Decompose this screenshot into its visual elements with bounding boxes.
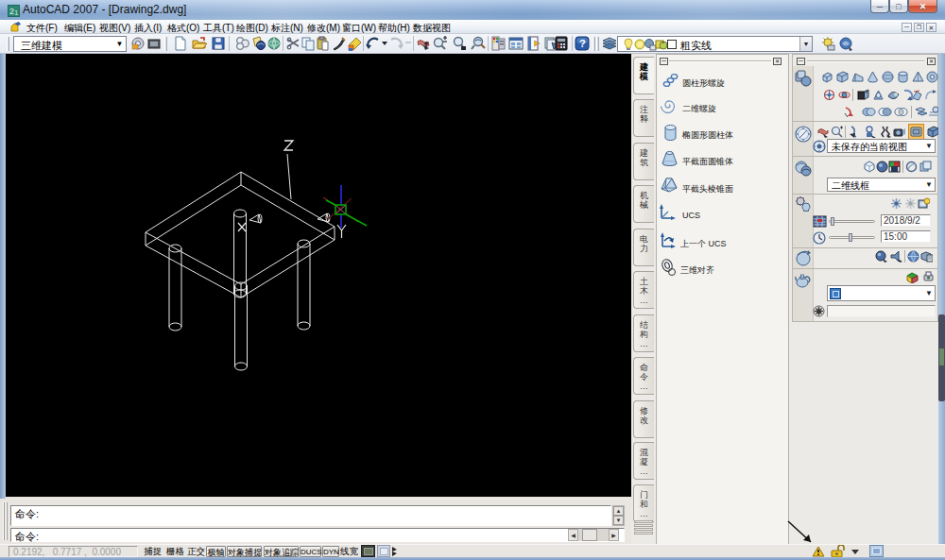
svg-text:1: 1 — [14, 8, 19, 17]
svg-text:?: ? — [579, 38, 586, 49]
